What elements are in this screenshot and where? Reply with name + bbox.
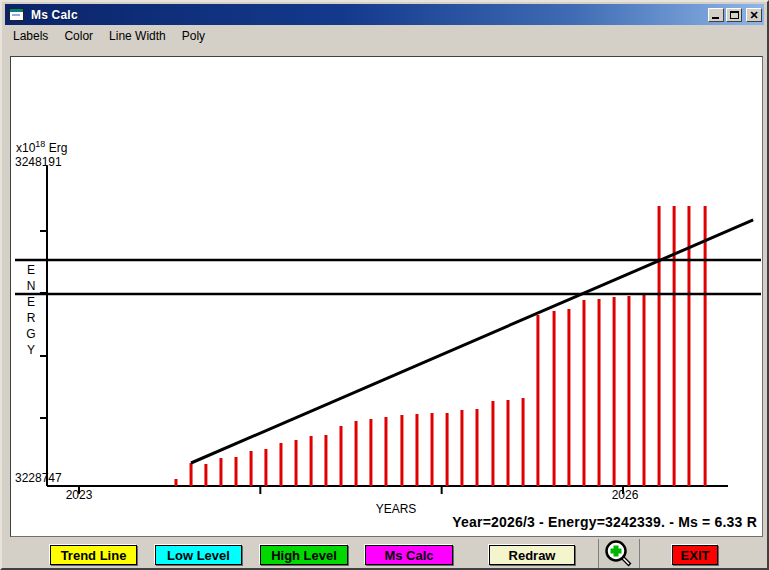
energy-bar [310, 436, 313, 486]
energy-bar [384, 417, 387, 486]
energy-bar [507, 400, 510, 486]
energy-bar [400, 415, 403, 486]
scale-unit: Erg [49, 141, 68, 155]
energy-bar [522, 398, 525, 486]
energy-bar [204, 464, 207, 486]
energy-bar [250, 451, 253, 486]
energy-bar [627, 296, 630, 486]
energy-bar [219, 458, 222, 486]
energy-bar [643, 294, 646, 486]
menu-poly[interactable]: Poly [174, 27, 213, 45]
menu-line-width[interactable]: Line Width [101, 27, 174, 45]
form-window-icon [9, 8, 24, 21]
close-icon: ✕ [747, 9, 761, 21]
energy-bar [324, 435, 327, 486]
trend-line-button[interactable]: Trend Line [50, 545, 137, 565]
status-readout: Year=2026/3 - Energy=3242339. - Ms = 6.3… [452, 514, 757, 530]
energy-bar [567, 309, 570, 486]
scale-base: x10 [16, 141, 35, 155]
chart-canvas [11, 57, 764, 538]
energy-bar [279, 443, 282, 486]
energy-bar [460, 410, 463, 486]
minimize-icon [712, 17, 719, 19]
energy-bar [174, 479, 177, 486]
chart-panel: x1018 Erg 3248191 3228747 E N E R G Y 20… [10, 56, 763, 537]
energy-bar [235, 457, 238, 486]
energy-bar [582, 300, 585, 486]
energy-bar [475, 409, 478, 486]
menu-labels[interactable]: Labels [5, 27, 56, 45]
y-axis-min-label: 3228747 [15, 471, 62, 485]
ms-calc-button[interactable]: Ms Calc [365, 545, 453, 565]
low-level-button[interactable]: Low Level [155, 545, 242, 565]
maximize-icon [730, 11, 739, 19]
menu-color[interactable]: Color [56, 27, 101, 45]
close-button[interactable]: ✕ [746, 8, 762, 22]
energy-bar [598, 299, 601, 486]
energy-bar [536, 315, 539, 486]
energy-bar [446, 413, 449, 486]
y-axis-max-label: 3248191 [15, 155, 62, 169]
energy-bar [491, 401, 494, 486]
x-tick-label-2023: 2023 [57, 488, 101, 502]
y-axis-title: E N E R G Y [25, 262, 37, 358]
high-level-button[interactable]: High Level [260, 545, 348, 565]
window-title: Ms Calc [31, 8, 708, 22]
energy-bar [673, 206, 676, 486]
maximize-button[interactable] [726, 8, 742, 22]
energy-bar [295, 440, 298, 486]
zoom-button[interactable] [598, 539, 640, 570]
energy-bar [431, 413, 434, 486]
exit-button[interactable]: EXIT [672, 545, 718, 565]
energy-bar [355, 421, 358, 486]
y-axis-scale-label: x1018 Erg [16, 139, 67, 155]
energy-bar [613, 297, 616, 486]
energy-bar [190, 463, 193, 486]
app-window: Ms Calc ✕ Labels Color Line Width Poly x… [0, 0, 769, 570]
x-axis-title: YEARS [365, 502, 427, 516]
energy-bar [658, 206, 661, 486]
energy-bar [340, 426, 343, 486]
energy-bar [369, 419, 372, 486]
scale-exponent: 18 [35, 139, 45, 149]
energy-bar [553, 311, 556, 486]
menu-bar: Labels Color Line Width Poly [5, 25, 764, 47]
trend-line [191, 220, 753, 463]
title-bar[interactable]: Ms Calc ✕ [5, 4, 764, 25]
redraw-button[interactable]: Redraw [489, 545, 575, 565]
energy-bar [264, 449, 267, 486]
energy-bar [415, 414, 418, 486]
energy-bar [704, 206, 707, 486]
minimize-button[interactable] [708, 8, 724, 22]
x-tick-label-2026: 2026 [603, 488, 647, 502]
magnifier-plus-icon [603, 539, 635, 570]
